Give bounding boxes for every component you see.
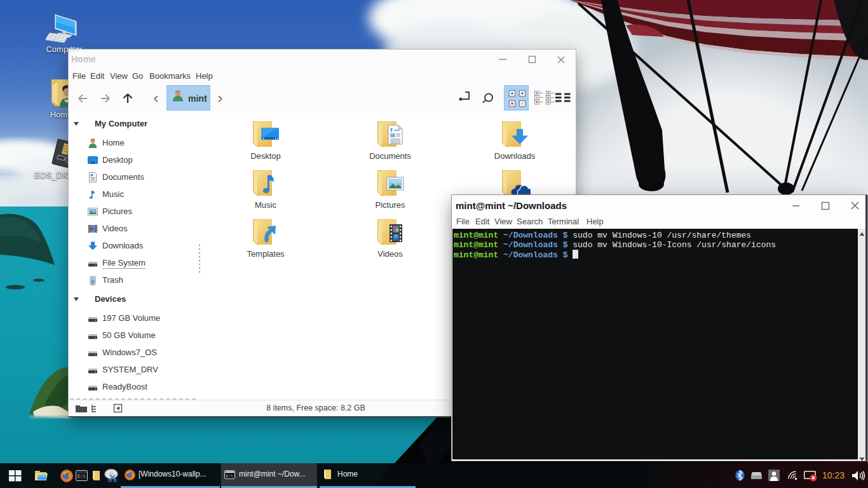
svg-text:C:\: C:\ (226, 474, 233, 478)
svg-text:mint: mint (188, 93, 207, 104)
svg-text:C:\: C:\ (78, 474, 86, 479)
